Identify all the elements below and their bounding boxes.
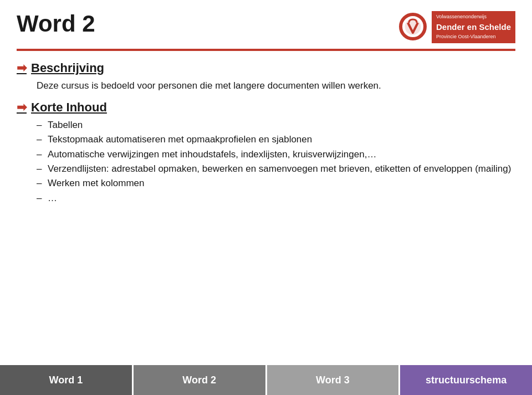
arrow-icon-beschrijving: ➡ [17,61,27,75]
logo-area: Volwassenenonderwijs Dender en Schelde P… [398,11,515,43]
logo-top-text: Volwassenenonderwijs [436,13,511,21]
main-content: Word 2 Volwassenenonderwijs Dender en Sc… [0,0,532,365]
logo-graphic-icon [398,12,428,42]
logo-text-block: Volwassenenonderwijs Dender en Schelde P… [432,11,515,43]
section-body-beschrijving: Deze cursus is bedoeld voor personen die… [37,79,515,93]
footer-item-word-2[interactable]: Word 2 [134,365,265,395]
footer-item-word-1[interactable]: Word 1 [0,365,132,395]
logo-sub-text: Provincie Oost-Vlaanderen [436,33,511,41]
header-row: Word 2 Volwassenenonderwijs Dender en Sc… [17,11,515,43]
list-item: … [37,191,515,206]
section-korte-inhoud: ➡ Korte Inhoud TabellenTekstopmaak autom… [17,100,515,206]
arrow-icon-korte-inhoud: ➡ [17,100,27,115]
footer-item-structuurschema[interactable]: structuurschema [400,365,532,395]
list-item: Tabellen [37,118,515,132]
logo-main-text: Dender en Schelde [436,21,511,34]
section-heading-korte-inhoud: ➡ Korte Inhoud [17,100,515,115]
footer-item-word-3[interactable]: Word 3 [267,365,399,395]
list-item: Verzendlijsten: adrestabel opmaken, bewe… [37,162,515,176]
footer-bar: Word 1Word 2Word 3structuurschema [0,365,532,395]
bullet-list: TabellenTekstopmaak automatiseren met op… [37,118,515,206]
section-heading-beschrijving: ➡ Beschrijving [17,61,515,75]
list-item: Werken met kolommen [37,176,515,191]
list-item: Automatische verwijzingen met inhoudstaf… [37,147,515,162]
page-title: Word 2 [17,11,95,37]
section-title-korte-inhoud: Korte Inhoud [31,100,107,115]
list-item: Tekstopmaak automatiseren met opmaakprof… [37,132,515,147]
section-title-beschrijving: Beschrijving [31,61,104,75]
header-divider [17,49,515,51]
section-beschrijving: ➡ Beschrijving Deze cursus is bedoeld vo… [17,61,515,93]
